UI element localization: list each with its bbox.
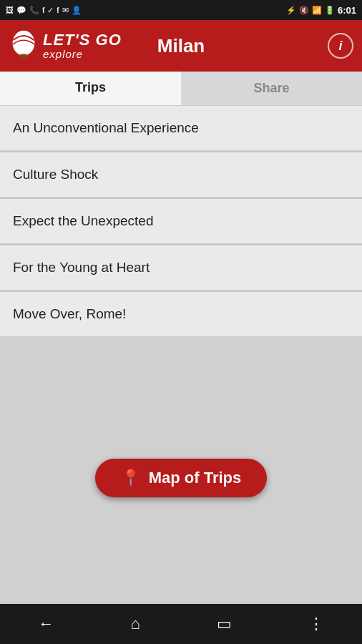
status-icon-fb2: f — [57, 6, 59, 14]
logo-explore: explore — [43, 48, 122, 60]
trip-title: Expect the Unexpected — [13, 213, 153, 228]
trip-item[interactable]: An Unconventional Experience — [0, 106, 362, 151]
main-content: An Unconventional Experience Culture Sho… — [0, 106, 362, 604]
trip-title: Culture Shock — [13, 167, 98, 182]
status-icon-msg: ✉ — [62, 6, 69, 15]
map-button-container: 📍 Map of Trips — [0, 337, 362, 604]
status-icon-check: ✓ — [47, 6, 54, 15]
map-pin-icon: 📍 — [121, 469, 140, 487]
tab-share-label: Share — [253, 81, 289, 96]
status-time: 6:01 — [338, 5, 356, 16]
info-icon: i — [338, 39, 342, 54]
tab-trips[interactable]: Trips — [0, 72, 181, 105]
recent-apps-button[interactable]: ▭ — [217, 615, 232, 633]
bottom-nav-bar: ← ⌂ ▭ ⋮ — [0, 604, 362, 644]
status-icon-image: 🖼 — [6, 6, 14, 14]
trip-item[interactable]: Culture Shock — [0, 152, 362, 197]
status-bar: 🖼 💬 📞 f ✓ f ✉ 👤 ⚡ 🔇 📶 🔋 6:01 — [0, 0, 362, 20]
trip-title: An Unconventional Experience — [13, 120, 199, 135]
logo-area: LET'S GO explore — [9, 28, 122, 64]
status-icon-talk: 📞 — [29, 6, 39, 15]
home-button[interactable]: ⌂ — [130, 615, 140, 633]
svg-point-0 — [13, 31, 35, 56]
trip-item[interactable]: Move Over, Rome! — [0, 292, 362, 337]
map-button-label: Map of Trips — [149, 469, 242, 487]
status-icons-right: ⚡ 🔇 📶 🔋 6:01 — [286, 5, 356, 16]
logo-letsgo: LET'S GO — [43, 31, 122, 49]
status-icon-add-person: 👤 — [72, 6, 82, 15]
wifi-icon: 📶 — [312, 6, 322, 15]
trip-item[interactable]: Expect the Unexpected — [0, 199, 362, 244]
trip-item[interactable]: For the Young at Heart — [0, 245, 362, 291]
tab-trips-label: Trips — [75, 80, 106, 95]
bluetooth-icon: ⚡ — [286, 6, 296, 15]
trip-list: An Unconventional Experience Culture Sho… — [0, 106, 362, 337]
logo-text: LET'S GO explore — [43, 31, 122, 59]
battery-icon: 🔋 — [325, 6, 335, 15]
trip-title: For the Young at Heart — [13, 260, 150, 275]
back-button[interactable]: ← — [38, 615, 54, 633]
status-icon-chat: 💬 — [16, 6, 26, 15]
info-button[interactable]: i — [328, 33, 353, 59]
status-icons-left: 🖼 💬 📞 f ✓ f ✉ 👤 — [6, 6, 82, 15]
volume-icon: 🔇 — [299, 6, 309, 15]
status-icon-fb1: f — [42, 6, 44, 14]
balloon-icon — [9, 28, 39, 64]
tab-share[interactable]: Share — [181, 72, 362, 105]
app-header: LET'S GO explore Milan i — [0, 20, 362, 72]
trip-title: Move Over, Rome! — [13, 306, 126, 321]
more-options-button[interactable]: ⋮ — [308, 615, 324, 633]
map-of-trips-button[interactable]: 📍 Map of Trips — [95, 459, 268, 497]
tab-bar: Trips Share — [0, 72, 362, 106]
header-city: Milan — [157, 35, 205, 57]
